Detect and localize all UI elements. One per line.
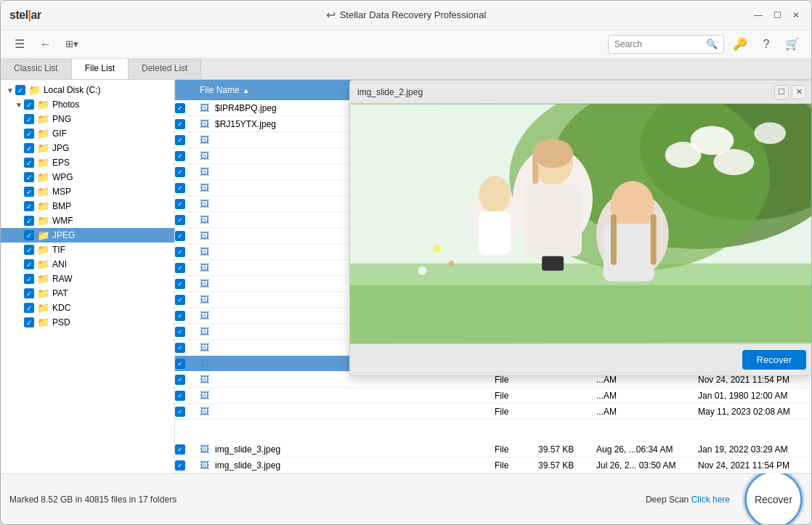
row-check[interactable]: ✓ bbox=[175, 407, 197, 417]
row-check[interactable]: ✓ bbox=[175, 343, 197, 353]
file-checkbox[interactable]: ✓ bbox=[175, 375, 185, 385]
row-check[interactable]: ✓ bbox=[175, 263, 197, 273]
checkbox-wmf[interactable]: ✓ bbox=[24, 216, 34, 226]
checkbox-photos[interactable]: ✓ bbox=[24, 99, 34, 110]
sidebar-item-psd[interactable]: ✓ 📁 PSD bbox=[1, 315, 174, 330]
sidebar-item-bmp[interactable]: ✓ 📁 BMP bbox=[1, 199, 174, 213]
preview-close-button[interactable]: ✕ bbox=[792, 85, 806, 99]
sidebar-item-png[interactable]: ✓ 📁 PNG bbox=[1, 112, 174, 126]
search-box[interactable]: 🔍 bbox=[608, 35, 724, 54]
checkbox-local-disk[interactable]: ✓ bbox=[15, 85, 25, 95]
row-check[interactable]: ✓ bbox=[175, 375, 197, 385]
file-checkbox[interactable]: ✓ bbox=[175, 103, 185, 113]
preview-recover-button[interactable]: Recover bbox=[742, 350, 806, 370]
checkbox-msp[interactable]: ✓ bbox=[24, 187, 34, 197]
checkbox-gif[interactable]: ✓ bbox=[24, 129, 34, 139]
row-check[interactable]: ✓ bbox=[175, 311, 197, 321]
back-icon[interactable]: ← bbox=[36, 34, 56, 54]
sidebar-item-kdc[interactable]: ✓ 📁 KDC bbox=[1, 301, 174, 315]
file-checkbox[interactable]: ✓ bbox=[175, 391, 185, 401]
menu-icon[interactable]: ☰ bbox=[9, 34, 30, 54]
row-check[interactable]: ✓ bbox=[175, 327, 197, 337]
file-checkbox[interactable]: ✓ bbox=[175, 215, 185, 225]
file-checkbox[interactable]: ✓ bbox=[175, 135, 185, 145]
file-checkbox[interactable]: ✓ bbox=[175, 359, 185, 369]
file-checkbox[interactable]: ✓ bbox=[175, 407, 185, 417]
row-check[interactable]: ✓ bbox=[175, 183, 197, 193]
row-check[interactable]: ✓ bbox=[175, 199, 197, 209]
close-button[interactable]: ✕ bbox=[789, 9, 803, 22]
recover-button-main[interactable]: Recover bbox=[744, 471, 803, 526]
checkbox-pat[interactable]: ✓ bbox=[24, 288, 34, 298]
cart-icon[interactable]: 🛒 bbox=[782, 34, 803, 54]
file-checkbox[interactable]: ✓ bbox=[175, 343, 185, 353]
help-icon[interactable]: ? bbox=[756, 34, 776, 54]
search-input[interactable] bbox=[614, 39, 706, 49]
row-check[interactable]: ✓ bbox=[175, 444, 197, 455]
file-checkbox[interactable]: ✓ bbox=[175, 279, 185, 289]
tab-deleted-list[interactable]: Deleted List bbox=[129, 59, 201, 79]
maximize-button[interactable]: ☐ bbox=[771, 9, 784, 22]
checkbox-raw[interactable]: ✓ bbox=[24, 274, 34, 284]
file-checkbox[interactable]: ✓ bbox=[175, 199, 185, 209]
checkbox-kdc[interactable]: ✓ bbox=[24, 303, 34, 313]
checkbox-png[interactable]: ✓ bbox=[24, 114, 34, 124]
checkbox-psd[interactable]: ✓ bbox=[24, 317, 34, 327]
row-check[interactable]: ✓ bbox=[175, 215, 197, 225]
sidebar-item-eps[interactable]: ✓ 📁 EPS bbox=[1, 155, 174, 170]
row-check[interactable]: ✓ bbox=[175, 167, 197, 177]
table-row[interactable]: ✓ 🖼 File ...AM May 11, 2023 02:08 AM bbox=[175, 404, 811, 420]
file-checkbox[interactable]: ✓ bbox=[175, 151, 185, 161]
preview-maximize-button[interactable]: ☐ bbox=[774, 85, 789, 99]
sidebar-item-photos[interactable]: ▼ ✓ 📁 Photos bbox=[1, 97, 174, 112]
table-row[interactable]: ✓ 🖼 File ...AM Jan 01, 1980 12:00 AM bbox=[175, 388, 811, 404]
row-check[interactable]: ✓ bbox=[175, 119, 197, 129]
row-check[interactable]: ✓ bbox=[175, 391, 197, 401]
tab-file-list[interactable]: File List bbox=[72, 59, 129, 79]
sidebar-item-local-disk[interactable]: ▼ ✓ 📁 Local Disk (C:) bbox=[1, 83, 174, 97]
sidebar-item-raw[interactable]: ✓ 📁 RAW bbox=[1, 272, 174, 286]
sidebar-item-jpeg[interactable]: ✓ 📁 JPEG bbox=[1, 228, 174, 243]
file-checkbox[interactable]: ✓ bbox=[175, 327, 185, 337]
sidebar-item-jpg[interactable]: ✓ 📁 JPG bbox=[1, 141, 174, 155]
sidebar-item-tif[interactable]: ✓ 📁 TIF bbox=[1, 243, 174, 257]
file-checkbox[interactable]: ✓ bbox=[175, 460, 185, 471]
checkbox-jpeg[interactable]: ✓ bbox=[24, 230, 34, 240]
file-checkbox[interactable]: ✓ bbox=[175, 311, 185, 321]
row-check[interactable]: ✓ bbox=[175, 231, 197, 241]
table-row[interactable]: ✓ 🖼 img_slide_3.jpeg File 39.57 KB Aug 2… bbox=[175, 441, 811, 457]
checkbox-bmp[interactable]: ✓ bbox=[24, 201, 34, 211]
checkbox-ani[interactable]: ✓ bbox=[24, 259, 34, 269]
tab-classic-list[interactable]: Classic List bbox=[1, 59, 72, 79]
row-check[interactable]: ✓ bbox=[175, 460, 197, 471]
checkbox-eps[interactable]: ✓ bbox=[24, 158, 34, 168]
view-toggle-icon[interactable]: ⊞▾ bbox=[62, 34, 82, 54]
row-check[interactable]: ✓ bbox=[175, 295, 197, 305]
sidebar-item-pat[interactable]: ✓ 📁 PAT bbox=[1, 286, 174, 301]
key-icon[interactable]: 🔑 bbox=[730, 34, 750, 54]
sidebar-item-ani[interactable]: ✓ 📁 ANI bbox=[1, 257, 174, 272]
checkbox-tif[interactable]: ✓ bbox=[24, 245, 34, 255]
table-row[interactable]: ✓ 🖼 img_slide_3.jpeg File 39.57 KB Jul 2… bbox=[175, 457, 811, 473]
file-checkbox[interactable]: ✓ bbox=[175, 263, 185, 273]
minimize-button[interactable]: — bbox=[752, 9, 765, 22]
sidebar-item-msp[interactable]: ✓ 📁 MSP bbox=[1, 184, 174, 199]
row-check[interactable]: ✓ bbox=[175, 359, 197, 369]
sidebar-item-gif[interactable]: ✓ 📁 GIF bbox=[1, 126, 174, 141]
checkbox-wpg[interactable]: ✓ bbox=[24, 172, 34, 182]
row-check[interactable]: ✓ bbox=[175, 279, 197, 289]
file-checkbox[interactable]: ✓ bbox=[175, 231, 185, 241]
file-checkbox[interactable]: ✓ bbox=[175, 183, 185, 193]
file-checkbox[interactable]: ✓ bbox=[175, 167, 185, 177]
checkbox-jpg[interactable]: ✓ bbox=[24, 143, 34, 153]
file-checkbox[interactable]: ✓ bbox=[175, 444, 185, 455]
sidebar-item-wmf[interactable]: ✓ 📁 WMF bbox=[1, 213, 174, 228]
file-checkbox[interactable]: ✓ bbox=[175, 295, 185, 305]
file-checkbox[interactable]: ✓ bbox=[175, 247, 185, 257]
sidebar-item-wpg[interactable]: ✓ 📁 WPG bbox=[1, 170, 174, 184]
row-check[interactable]: ✓ bbox=[175, 247, 197, 257]
deep-scan-link[interactable]: Click here bbox=[691, 495, 730, 505]
row-check[interactable]: ✓ bbox=[175, 151, 197, 161]
row-check[interactable]: ✓ bbox=[175, 135, 197, 145]
file-checkbox[interactable]: ✓ bbox=[175, 119, 185, 129]
